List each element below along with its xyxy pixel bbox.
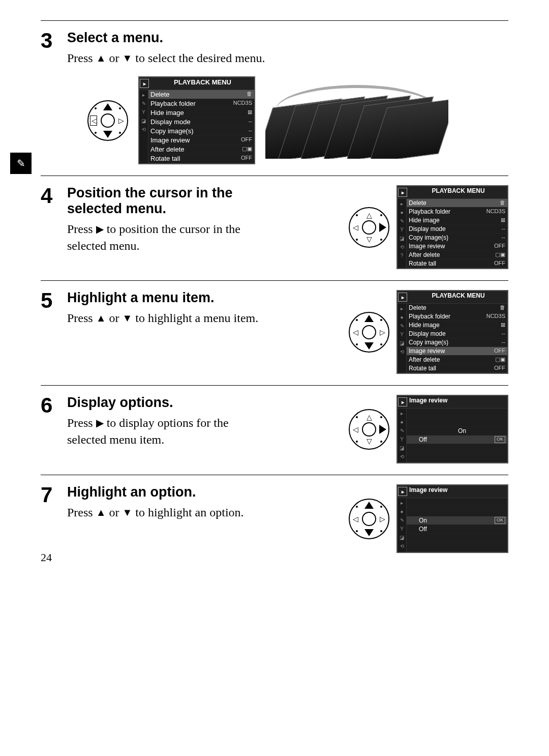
menu-row-blank [407,543,507,552]
up-triangle-icon: ▲ [96,507,106,518]
option-row: On [407,427,507,435]
menu-row: After delete▢▣ [407,356,507,364]
play-icon: ▸ [398,397,407,406]
right-triangle-icon: ▶ [96,223,104,235]
playback-menu-screenshot: ▸PLAYBACK MENU ▸✎Y◪⟲ Delete🗑 Playback fo… [138,76,255,164]
play-icon: ▸ [398,487,407,496]
menu-row-blank [407,453,507,462]
dpad-illustration-updown: ◁ ▷ [349,312,389,353]
menu-row: Copy image(s)-- [407,234,507,242]
menu-row: Copy image(s)-- [407,338,507,347]
page-number: 24 [41,551,52,564]
menu-row: Delete🗑 [407,199,507,208]
step-instruction: Press ▲ or ▼ to highlight a menu item. [67,310,260,326]
menu-sidebar-icons: ▸●✎Y◪⟲ [398,498,407,552]
step-instruction: Press ▲ or ▼ to highlight an option. [67,504,260,520]
step-number: 7 [41,484,59,553]
menu-row: Copy image(s)-- [148,127,254,136]
text-fragment: Press [67,506,96,519]
step-title: Highlight an option. [67,484,260,500]
step-title: Display options. [67,395,260,411]
menu-row-highlighted: Image reviewOFF [407,347,507,356]
step-title: Highlight a menu item. [67,290,260,306]
menu-sidebar-icons: ▸●✎Y◪⟲? [398,199,407,268]
menu-row: Rotate tallOFF [407,364,507,373]
step-divider [41,385,508,386]
menu-row: Rotate tallOFF [148,154,254,163]
play-icon: ▸ [140,79,149,88]
menu-row-blank [407,507,507,516]
play-icon: ▸ [398,188,407,197]
text-fragment: Press [67,51,96,65]
menu-row: Delete🗑 [148,90,254,99]
text-fragment: to highlight a menu item. [132,311,258,325]
step-5: 5 Highlight a menu item. Press ▲ or ▼ to… [41,290,508,374]
step-title: Select a menu. [67,30,508,46]
playback-menu-screenshot: ▸PLAYBACK MENU ▸●✎Y◪⟲? Delete🗑 Playback … [396,185,508,269]
play-icon: ▸ [398,293,407,302]
dpad-illustration-right: △ ▽ ◁ [349,409,389,450]
menu-row: Display mode-- [407,225,507,234]
menu-row: After delete▢▣ [148,145,254,154]
up-triangle-icon: ▲ [96,52,106,64]
menu-row-blank [407,409,507,418]
menu-sidebar-icons: ▸✎Y◪⟲ [139,90,148,163]
step-number: 3 [41,30,59,164]
menu-row: Display mode-- [148,118,254,127]
down-triangle-icon: ▼ [122,312,132,324]
step-7: 7 Highlight an option. Press ▲ or ▼ to h… [41,484,508,553]
menu-row-blank [407,418,507,427]
option-row-highlighted: OffOK [407,435,507,444]
menu-sidebar-icons: ▸●✎Y◪⟲ [398,409,407,462]
menu-title: Image review [409,397,447,407]
menu-cascade-illustration [265,82,448,159]
text-fragment: or [106,311,122,325]
step-instruction: Press ▶ to position the cursor in the se… [67,221,260,254]
step-divider [41,176,508,176]
menu-row: Hide image⊠ [148,108,254,118]
right-triangle-icon: ▶ [96,417,104,428]
text-fragment: or [106,51,122,65]
image-review-options-screenshot: ▸Image review ▸●✎Y◪⟲ On OffOK [396,395,508,463]
dpad-illustration-right: △ ▽ ◁ [349,207,389,248]
down-triangle-icon: ▼ [122,52,132,64]
step-6: 6 Display options. Press ▶ to display op… [41,395,508,463]
menu-row-blank [407,498,507,507]
menu-row: Hide image⊠ [407,216,507,225]
text-fragment: Press [67,222,96,236]
dpad-illustration-updown: ◁ ▷ [349,499,389,539]
menu-title: PLAYBACK MENU [151,78,254,89]
menu-row: Image reviewOFF [407,242,507,251]
menu-title: Image review [409,486,447,497]
menu-title: PLAYBACK MENU [409,187,507,197]
text-fragment: Press [67,416,96,429]
menu-row-blank [407,444,507,453]
menu-title: PLAYBACK MENU [409,292,507,302]
text-fragment: to highlight an option. [132,506,243,519]
menu-row: Hide image⊠ [407,321,507,330]
step-divider [41,280,508,281]
section-tab-icon: ✎ [10,153,32,174]
menu-row: Playback folderNCD3S [407,312,507,321]
step-number: 6 [41,395,59,463]
dpad-illustration-updown: ◁ ▷ [87,100,128,141]
step-instruction: Press ▲ or ▼ to select the desired menu. [67,50,508,66]
menu-row: Delete🗑 [407,304,507,312]
down-triangle-icon: ▼ [122,507,132,518]
top-divider [41,20,508,21]
text-fragment: or [106,506,122,519]
step-instruction: Press ▶ to display options for the selec… [67,415,260,448]
text-fragment: Press [67,311,96,325]
menu-row: Playback folderNCD3S [148,99,254,108]
step-title: Position the cursor in the selected menu… [67,185,260,217]
image-review-options-screenshot-on: ▸Image review ▸●✎Y◪⟲ OnOK Off [396,484,508,553]
up-triangle-icon: ▲ [96,312,106,324]
menu-sidebar-icons: ▸●✎Y◪⟲ [398,304,407,373]
menu-row: Playback folderNCD3S [407,208,507,216]
playback-menu-screenshot-highlight: ▸PLAYBACK MENU ▸●✎Y◪⟲ Delete🗑 Playback f… [396,290,508,374]
step-3: 3 Select a menu. Press ▲ or ▼ to select … [41,30,508,164]
menu-row: Image reviewOFF [148,136,254,145]
option-row: Off [407,525,507,534]
step-divider [41,475,508,475]
text-fragment: to select the desired menu. [132,51,265,65]
